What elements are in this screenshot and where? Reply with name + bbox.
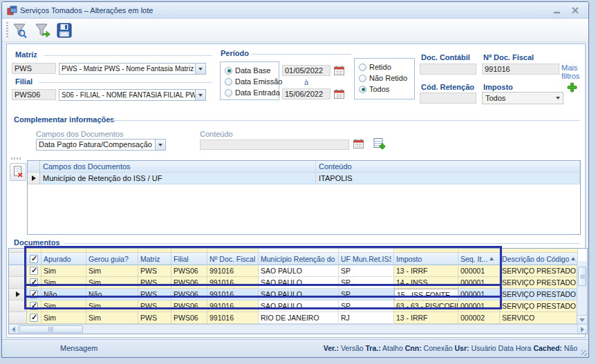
- column-header-matriz[interactable]: Matriz: [138, 253, 171, 265]
- cell-imposto[interactable]: 14 - INSS: [394, 277, 458, 289]
- table-row-1[interactable]: Município de Retenção do ISS / UFITAPOLI…: [28, 173, 580, 184]
- checkbox-checked-icon[interactable]: [30, 255, 38, 263]
- select-all-cell[interactable]: [27, 253, 41, 265]
- cell-uf[interactable]: SP: [339, 300, 394, 312]
- cell-uf[interactable]: SP: [339, 289, 394, 300]
- checkbox-checked-icon[interactable]: [30, 314, 38, 322]
- imposto-dropdown[interactable]: Todos: [482, 92, 564, 104]
- cell-apurado[interactable]: Sim: [41, 265, 86, 277]
- chevron-down-icon[interactable]: [155, 140, 165, 150]
- cell-matriz[interactable]: PWS: [138, 312, 171, 324]
- cell-filial[interactable]: PWS06: [171, 277, 207, 289]
- radio-retencao-1[interactable]: Não Retido: [359, 73, 414, 84]
- save-button[interactable]: [55, 21, 74, 40]
- cell-uf[interactable]: SP: [339, 277, 394, 289]
- add-filter-button[interactable]: [567, 82, 577, 93]
- date-to-field[interactable]: 15/06/2022: [282, 88, 330, 99]
- grid-row-4[interactable]: SimSimPWSPWS06991016SAO PAULOSP63 - 63 -…: [9, 300, 587, 312]
- filial-code-field[interactable]: PWS06: [12, 89, 56, 100]
- column-header-filial[interactable]: Filial: [171, 253, 207, 265]
- cell-desc[interactable]: SERVICO: [500, 312, 578, 324]
- filter-search-button[interactable]: [10, 21, 30, 40]
- toolbar-drag-handle[interactable]: [6, 22, 8, 39]
- cell-gerou[interactable]: Sim: [86, 265, 138, 277]
- checkbox-checked-icon[interactable]: [30, 302, 38, 310]
- cell-municipio[interactable]: SAO PAULO: [259, 277, 339, 289]
- minimize-button[interactable]: [550, 6, 565, 15]
- matriz-combo[interactable]: PWS - Matriz PWS - Nome Fantasia Matriz …: [59, 63, 206, 75]
- cell-desc[interactable]: SERVIÇO PRESTADO ISS: [500, 289, 578, 300]
- scroll-left-button[interactable]: [9, 325, 19, 334]
- column-header-doc[interactable]: Nº Doc. Fiscal: [207, 253, 259, 265]
- column-header-uf[interactable]: UF Mun.Ret.ISS: [339, 253, 394, 265]
- calendar-icon[interactable]: [333, 88, 344, 99]
- cell-matriz[interactable]: PWS: [138, 277, 171, 289]
- column-header-apurado[interactable]: Apurado: [41, 253, 86, 265]
- cell-imposto[interactable]: 13 - IRRF: [394, 312, 458, 324]
- checkbox-checked-icon[interactable]: [30, 267, 38, 275]
- filial-combo[interactable]: S06 - FILIAL - NOME FANTASIA FILIAL PWS0…: [59, 89, 206, 101]
- cell-doc[interactable]: 991016: [207, 277, 259, 289]
- row-checkbox-cell[interactable]: [27, 300, 41, 312]
- grid-vertical-scrollbar[interactable]: [577, 261, 587, 324]
- calendar-icon[interactable]: [353, 138, 364, 149]
- cell-seq[interactable]: 000001: [458, 265, 500, 277]
- column-header-seq[interactable]: Seq. It...: [458, 253, 500, 265]
- cell-desc[interactable]: SERVIÇO PRESTADO ISS: [500, 277, 578, 289]
- row-checkbox-cell[interactable]: [27, 277, 41, 289]
- cell-imposto[interactable]: 63 - 63 - PIS/COFINS/CSLL: [394, 300, 458, 312]
- radio-periodo-2[interactable]: Data Entrada: [225, 87, 279, 98]
- column-header-desc[interactable]: Descrição do Código do P: [500, 253, 578, 265]
- cell-doc[interactable]: 991016: [207, 265, 259, 277]
- doc-contabil-field[interactable]: [420, 64, 476, 75]
- cell-doc[interactable]: 991016: [207, 289, 259, 300]
- remove-row-button[interactable]: [10, 163, 26, 181]
- radio-retencao-2[interactable]: Todos: [359, 84, 414, 95]
- cell-filial[interactable]: PWS06: [171, 265, 207, 277]
- cell-municipio[interactable]: SAO PAULO: [259, 300, 339, 312]
- cell-doc[interactable]: 991016: [207, 312, 259, 324]
- date-from-field[interactable]: 01/05/2022: [282, 65, 330, 76]
- conteudo-field[interactable]: [200, 140, 349, 150]
- filter-apply-button[interactable]: [32, 21, 52, 40]
- cell-seq[interactable]: 000001: [458, 289, 500, 300]
- close-button[interactable]: [568, 6, 583, 15]
- cell-desc[interactable]: SERVIÇO PRESTADO ISS: [500, 300, 578, 312]
- add-to-list-button[interactable]: [373, 137, 385, 149]
- column-header[interactable]: Conteúdo: [316, 161, 580, 173]
- cell-uf[interactable]: SP: [339, 265, 394, 277]
- radio-retencao-0[interactable]: Retido: [359, 61, 414, 73]
- cell-apurado[interactable]: Sim: [41, 277, 86, 289]
- campos-documentos-combo[interactable]: Data Pagto Fatura/Compensação: [36, 139, 166, 151]
- cell-uf[interactable]: RJ: [339, 312, 394, 324]
- grid-horizontal-scrollbar[interactable]: [9, 324, 587, 334]
- radio-periodo-1[interactable]: Data Emissão: [225, 76, 279, 87]
- cell-municipio[interactable]: SAO PAULO: [259, 265, 339, 277]
- column-header-gerou[interactable]: Gerou guia?: [86, 253, 138, 265]
- cell-seq[interactable]: 000001: [458, 277, 500, 289]
- cell-matriz[interactable]: PWS: [138, 289, 171, 300]
- cell-imposto[interactable]: 15 - ISS-FONTE: [394, 289, 458, 300]
- cell-gerou[interactable]: Sim: [86, 312, 138, 324]
- cell-apurado[interactable]: Não: [41, 289, 86, 300]
- row-checkbox-cell[interactable]: [27, 289, 41, 300]
- chevron-down-icon[interactable]: [195, 90, 205, 100]
- scroll-down-button[interactable]: [577, 315, 587, 324]
- column-header-imposto[interactable]: Imposto: [394, 253, 458, 265]
- chevron-down-icon[interactable]: [195, 64, 205, 74]
- cod-retencao-field[interactable]: [420, 93, 476, 104]
- grid-row-3[interactable]: NãoNãoPWSPWS06991016SAO PAULOSP15 - ISS-…: [9, 289, 587, 300]
- cell-filial[interactable]: PWS06: [171, 312, 207, 324]
- column-header[interactable]: Campos dos Documentos: [40, 161, 316, 173]
- num-doc-fiscal-field[interactable]: 991016: [482, 64, 559, 75]
- column-header-municipio[interactable]: Município Retenção do ISS: [259, 253, 339, 265]
- cell-gerou[interactable]: Sim: [86, 277, 138, 289]
- cell-seq[interactable]: 000002: [458, 312, 500, 324]
- cell-gerou[interactable]: Não: [86, 289, 138, 300]
- grid-row-1[interactable]: SimSimPWSPWS06991016SAO PAULOSP13 - IRRF…: [9, 265, 587, 277]
- cell-matriz[interactable]: PWS: [138, 300, 171, 312]
- resize-grip[interactable]: [581, 350, 587, 356]
- scroll-right-button[interactable]: [577, 325, 587, 334]
- hscroll-thumb[interactable]: [19, 325, 83, 333]
- cell-matriz[interactable]: PWS: [138, 265, 171, 277]
